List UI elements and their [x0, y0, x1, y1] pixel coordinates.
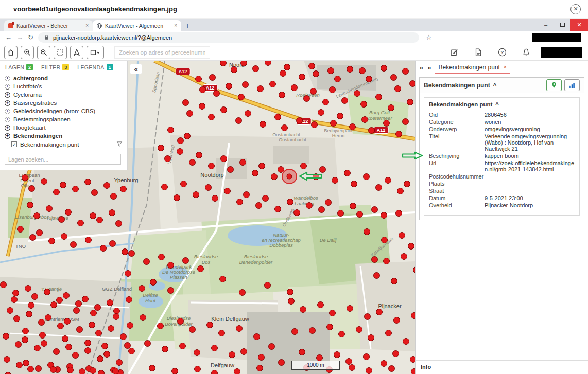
bekendmaking-marker[interactable] — [218, 330, 225, 336]
bekendmaking-marker[interactable] — [194, 366, 201, 372]
bekendmaking-marker[interactable] — [62, 335, 68, 342]
bekendmaking-marker[interactable] — [22, 328, 29, 334]
bekendmaking-marker[interactable] — [287, 199, 293, 205]
bekendmaking-marker[interactable] — [363, 353, 370, 360]
bekendmaking-marker[interactable] — [149, 365, 155, 371]
bekendmaking-marker[interactable] — [96, 217, 103, 223]
bekendmaking-marker[interactable] — [258, 163, 265, 169]
bekendmaking-marker[interactable] — [197, 265, 204, 272]
bekendmaking-marker[interactable] — [371, 206, 378, 213]
bekendmaking-marker[interactable] — [413, 266, 416, 273]
bekendmaking-marker[interactable] — [22, 174, 28, 181]
bekendmaking-marker[interactable] — [57, 323, 64, 329]
bekendmaking-marker[interactable] — [256, 365, 263, 371]
bekendmaking-marker[interactable] — [390, 74, 397, 81]
bekendmaking-marker[interactable] — [364, 228, 370, 235]
bekendmaking-marker[interactable] — [268, 343, 275, 350]
bekendmaking-marker[interactable] — [91, 189, 98, 196]
bekendmaking-marker[interactable] — [38, 319, 45, 326]
expand-plus-icon[interactable]: + — [5, 125, 10, 131]
bekendmaking-marker[interactable] — [3, 333, 9, 340]
bekendmaking-marker[interactable] — [322, 99, 329, 105]
close-icon[interactable]: ✕ — [570, 4, 581, 14]
panel-tab-close-icon[interactable]: × — [504, 64, 507, 70]
bekendmaking-marker[interactable] — [291, 84, 298, 91]
bekendmaking-marker[interactable] — [128, 348, 135, 354]
bekendmaking-marker[interactable] — [239, 159, 246, 166]
bekendmaking-marker[interactable] — [194, 349, 200, 356]
bekendmaking-marker[interactable] — [65, 344, 72, 350]
bekendmaking-marker[interactable] — [359, 67, 366, 74]
bekendmaking-marker[interactable] — [126, 296, 132, 303]
bekendmaking-marker[interactable] — [252, 170, 258, 176]
bekendmaking-marker[interactable] — [101, 343, 108, 349]
bekendmaking-marker[interactable] — [347, 305, 353, 312]
browser-tab-algemeen[interactable]: KaartViewer - Algemeen × — [93, 20, 181, 31]
bekendmaking-marker[interactable] — [15, 341, 22, 348]
bekendmaking-marker[interactable] — [393, 317, 400, 324]
pdf-export-button[interactable] — [474, 48, 482, 57]
bekendmaking-marker[interactable] — [334, 76, 341, 82]
bekendmaking-marker[interactable] — [72, 186, 79, 192]
bekendmaking-marker[interactable] — [318, 109, 324, 116]
bekendmaking-marker[interactable] — [281, 124, 288, 131]
bekendmaking-marker[interactable] — [269, 81, 276, 87]
bekendmaking-marker[interactable] — [397, 188, 404, 194]
expand-plus-icon[interactable]: + — [5, 133, 10, 139]
bekendmaking-marker[interactable] — [150, 279, 157, 286]
reload-icon[interactable]: ↻ — [28, 33, 33, 41]
bekendmaking-marker[interactable] — [122, 248, 128, 255]
zoom-in-button[interactable] — [21, 46, 34, 59]
bekendmaking-marker[interactable] — [245, 110, 251, 117]
layer-item[interactable]: +Cyclorama — [0, 91, 127, 99]
bekendmaking-marker[interactable] — [300, 306, 306, 313]
bekendmaking-marker[interactable] — [107, 299, 113, 306]
bekendmaking-marker[interactable] — [196, 152, 202, 158]
bekendmaking-marker[interactable] — [82, 296, 89, 302]
bekendmaking-marker[interactable] — [199, 103, 205, 110]
bekendmaking-marker[interactable] — [116, 359, 123, 366]
bekendmaking-marker[interactable] — [375, 94, 382, 100]
bekendmaking-marker[interactable] — [61, 233, 67, 240]
bekendmaking-marker[interactable] — [350, 203, 356, 209]
bekendmaking-marker[interactable] — [144, 340, 151, 347]
bekendmaking-marker[interactable] — [189, 159, 196, 166]
bekendmaking-marker[interactable] — [90, 310, 97, 316]
bekendmaking-marker[interactable] — [388, 104, 394, 111]
bekendmaking-marker[interactable] — [337, 210, 344, 217]
bekendmaking-marker[interactable] — [385, 177, 391, 184]
bekendmaking-marker[interactable] — [115, 220, 122, 227]
bekendmaking-marker[interactable] — [411, 368, 416, 374]
bekendmaking-marker[interactable] — [199, 86, 206, 93]
browser-tab-beheer[interactable]: KaartViewer - Beheer × — [4, 20, 93, 31]
bekendmaking-marker[interactable] — [407, 99, 413, 105]
bekendmaking-marker[interactable] — [401, 253, 407, 260]
bekendmaking-marker[interactable] — [167, 262, 174, 269]
bekendmaking-marker[interactable] — [53, 189, 60, 195]
bekendmaking-marker[interactable] — [58, 216, 65, 223]
bekendmaking-marker[interactable] — [70, 241, 77, 248]
bekendmaking-marker[interactable] — [103, 351, 110, 358]
bekendmaking-marker[interactable] — [11, 296, 18, 303]
bekendmaking-marker[interactable] — [319, 166, 326, 173]
bekendmaking-marker[interactable] — [31, 293, 38, 300]
bekendmaking-marker[interactable] — [60, 182, 66, 188]
bekendmaking-marker[interactable] — [100, 245, 107, 252]
bekendmaking-marker[interactable] — [311, 121, 318, 128]
sidebar-tab-filter[interactable]: FILTER3 — [41, 64, 69, 70]
bekendmaking-marker[interactable] — [143, 258, 150, 265]
bekendmaking-marker[interactable] — [184, 133, 191, 139]
bekendmaking-marker[interactable] — [27, 366, 34, 372]
bekendmaking-marker[interactable] — [227, 166, 234, 173]
expand-plus-icon[interactable]: + — [5, 92, 10, 98]
bekendmaking-marker[interactable] — [158, 254, 165, 260]
bekendmaking-marker[interactable] — [395, 131, 402, 137]
bekendmaking-marker[interactable] — [361, 116, 368, 123]
bekendmaking-marker[interactable] — [94, 304, 101, 311]
selected-marker-highlight[interactable] — [282, 169, 297, 184]
chart-view-button[interactable] — [564, 79, 580, 91]
bekendmaking-marker[interactable] — [189, 326, 196, 333]
bekendmaking-marker[interactable] — [264, 282, 271, 289]
bekendmaking-marker[interactable] — [161, 184, 168, 190]
bekendmaking-marker[interactable] — [229, 351, 235, 358]
